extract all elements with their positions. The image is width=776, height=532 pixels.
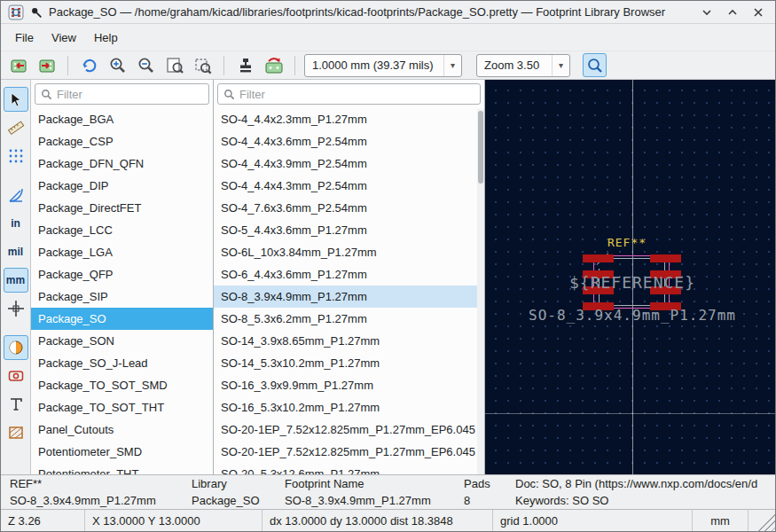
scrollbar-thumb[interactable] <box>478 111 483 184</box>
library-list-item[interactable]: Package_LGA <box>31 241 213 263</box>
pads-sketch-button[interactable] <box>4 364 28 388</box>
search-toggle-button[interactable] <box>583 53 607 77</box>
footprint-list-item[interactable]: SO-4_4.4x2.3mm_P1.27mm <box>214 108 477 130</box>
pin-icon[interactable] <box>30 6 43 19</box>
status-pads-label: Pads <box>464 477 515 490</box>
grid-toggle-button[interactable] <box>4 144 28 168</box>
library-list-item[interactable]: Package_CSP <box>31 130 213 153</box>
status-ref: REF** <box>10 477 192 490</box>
library-list-item[interactable]: Package_LCC <box>31 219 213 241</box>
grid-select[interactable]: 1.0000 mm (39.37 mils) ▾ <box>304 54 462 77</box>
window-title: Package_SO — /home/graham/kicad/librarie… <box>49 5 691 19</box>
footprint-list-scrollbar[interactable] <box>477 109 484 474</box>
library-list-item[interactable]: Package_BGA <box>31 108 213 130</box>
graphics-sketch-button[interactable] <box>4 420 28 445</box>
library-list-item[interactable]: Potentiometer_THT <box>31 463 213 474</box>
zoom-select[interactable]: Zoom 3.50 ▾ <box>476 54 570 77</box>
cursor-crosshair-horizontal <box>485 413 775 414</box>
search-icon <box>41 89 52 100</box>
status-pads: 8 <box>464 494 515 507</box>
zoom-fit-button[interactable] <box>162 53 186 77</box>
library-list-item[interactable]: Package_SO <box>31 308 213 330</box>
status-footprint: SO-8_3.9x4.9mm_P1.27mm <box>10 494 192 507</box>
footprint-filter[interactable] <box>217 83 481 105</box>
library-list-item[interactable]: Package_TO_SOT_THT <box>31 396 213 419</box>
status-cursor-position: X 13.0000 Y 13.0000 <box>85 510 263 531</box>
status-relative-position: dx 13.0000 dy 13.0000 dist 18.3848 <box>263 510 493 531</box>
units-mils-button[interactable]: mil <box>4 239 28 264</box>
library-filter-input[interactable] <box>57 88 203 101</box>
maximize-button[interactable] <box>723 4 742 21</box>
footprint-list-item[interactable]: SO-5_4.4x3.6mm_P1.27mm <box>214 219 477 241</box>
footprint-list-item[interactable]: SO-4_4.4x3.6mm_P2.54mm <box>214 130 477 153</box>
footprint-list-item[interactable]: SO-8_3.9x4.9mm_P1.27mm <box>214 286 477 308</box>
library-list-item[interactable]: Package_QFP <box>31 263 213 286</box>
library-list-item[interactable]: Package_SO_J-Lead <box>31 352 213 374</box>
main-toolbar: 1.0000 mm (39.37 mils) ▾ Zoom 3.50 ▾ <box>1 51 775 80</box>
status-coords-bar: Z 3.26 X 13.0000 Y 13.0000 dx 13.0000 dy… <box>1 509 775 531</box>
footprint-panel: SO-4_4.4x2.3mm_P1.27mmSO-4_4.4x3.6mm_P2.… <box>214 80 485 474</box>
footprint-list-item[interactable]: SO-8_5.3x6.2mm_P1.27mm <box>214 308 477 330</box>
units-inches-button[interactable]: in <box>4 211 28 236</box>
footprint-list-item[interactable]: SO-14_3.9x8.65mm_P1.27mm <box>214 330 477 352</box>
library-list: Package_BGAPackage_CSPPackage_DFN_QFNPac… <box>31 108 213 474</box>
reference-variable: ${REFERENCE} <box>569 273 695 292</box>
next-footprint-button[interactable] <box>35 53 59 77</box>
menu-item[interactable]: Help <box>85 27 127 48</box>
footprint-list-item[interactable]: SO-16_3.9x9.9mm_P1.27mm <box>214 374 477 396</box>
menu-item[interactable]: File <box>6 27 43 48</box>
library-list-item[interactable]: Package_TO_SOT_SMD <box>31 374 213 396</box>
cursor-tool-button[interactable] <box>4 87 28 112</box>
footprint-list: SO-4_4.4x2.3mm_P1.27mmSO-4_4.4x3.6mm_P2.… <box>214 108 477 474</box>
search-icon <box>223 89 235 100</box>
footprint-filter-input[interactable] <box>239 88 474 101</box>
footprint-list-item[interactable]: SO-6_4.4x3.6mm_P1.27mm <box>214 263 477 286</box>
chevron-down-icon: ▾ <box>443 55 461 76</box>
library-panel: Package_BGAPackage_CSPPackage_DFN_QFNPac… <box>31 80 214 474</box>
footprint-list-item[interactable]: SO-20-1EP_7.52x12.825mm_P1.27mm_EP6.045 <box>214 419 477 441</box>
library-list-item[interactable]: Package_DirectFET <box>31 197 213 219</box>
previous-footprint-button[interactable] <box>6 53 30 77</box>
footprint-list-item[interactable]: SO-4_4.4x4.3mm_P2.54mm <box>214 175 477 197</box>
library-list-item[interactable]: Potentiometer_SMD <box>31 441 213 463</box>
library-list-item[interactable]: Package_DIP <box>31 175 213 197</box>
high-contrast-button[interactable] <box>4 335 28 360</box>
menu-item[interactable]: View <box>43 27 85 48</box>
pad <box>583 254 614 262</box>
titlebar[interactable]: Package_SO — /home/graham/kicad/librarie… <box>1 1 775 24</box>
zoom-out-button[interactable] <box>134 53 158 77</box>
resize-grip[interactable] <box>756 510 775 531</box>
zoom-selection-button[interactable] <box>191 53 215 77</box>
footprint-name-text: SO-8_3.9x4.9mm_P1.27mm <box>529 307 736 324</box>
status-zoom: Z 3.26 <box>1 510 85 531</box>
footprint-canvas[interactable]: REF** ${REFERENCE} SO-8_3.9x4.9mm_P1.27m… <box>485 80 775 474</box>
close-button[interactable] <box>749 4 768 21</box>
library-list-item[interactable]: Panel_Cutouts <box>31 419 213 441</box>
app-icon <box>8 4 24 20</box>
crosshair-style-button[interactable] <box>4 296 28 321</box>
footprint-list-item[interactable]: SO-20-1EP_7.52x12.825mm_P1.27mm_EP6.045 <box>214 441 477 463</box>
footprint-list-item[interactable]: SO-14_5.3x10.2mm_P1.27mm <box>214 352 477 374</box>
polar-coordinates-button[interactable] <box>4 183 28 207</box>
footprint-list-item[interactable]: SO-4_4.4x3.9mm_P2.54mm <box>214 153 477 175</box>
library-list-item[interactable]: Package_DFN_QFN <box>31 153 213 175</box>
footprint-list-item[interactable]: SO-20_5.3x12.6mm_P1.27mm <box>214 463 477 474</box>
library-filter[interactable] <box>35 83 209 105</box>
footprint-list-item[interactable]: SO-16_5.3x10.2mm_P1.27mm <box>214 396 477 419</box>
library-list-item[interactable]: Package_SON <box>31 330 213 352</box>
library-list-item[interactable]: Package_SIP <box>31 286 213 308</box>
window-menu-button[interactable] <box>697 4 717 21</box>
menubar: FileViewHelp <box>1 24 775 51</box>
footprint-list-item[interactable]: SO-6L_10x3.84mm_P1.27mm <box>214 241 477 263</box>
toolbar-separator <box>223 56 224 75</box>
status-info-bar: REF** Library Footprint Name Pads Doc: S… <box>1 474 775 509</box>
footprint-list-item[interactable]: SO-4_7.6x3.6mm_P2.54mm <box>214 197 477 219</box>
measure-tool-button[interactable] <box>4 115 28 140</box>
units-mm-button[interactable]: mm <box>4 268 28 293</box>
refresh-button[interactable] <box>77 53 101 77</box>
zoom-in-button[interactable] <box>106 53 129 77</box>
insert-footprint-button[interactable] <box>262 53 286 77</box>
pad <box>650 254 681 262</box>
3d-viewer-button[interactable] <box>233 53 257 77</box>
text-sketch-button[interactable] <box>4 392 28 417</box>
